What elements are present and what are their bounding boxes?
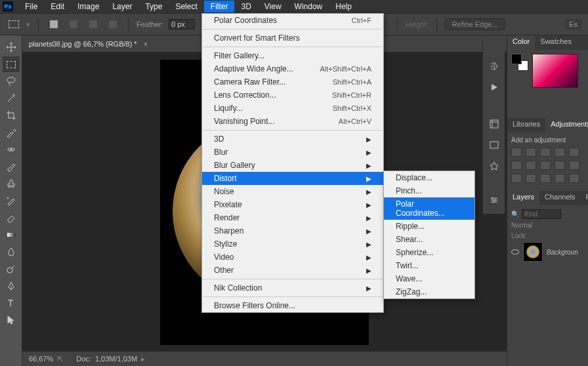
menu-edit[interactable]: Edit	[44, 1, 71, 12]
filter-adaptive[interactable]: Adaptive Wide Angle...Alt+Shift+Ctrl+A	[202, 62, 383, 75]
gradient-tool[interactable]	[3, 227, 20, 243]
lock-pixels-icon[interactable]	[530, 232, 537, 239]
mixer-icon[interactable]	[569, 161, 579, 170]
distort-wave[interactable]: Wave...	[384, 272, 474, 285]
hue-icon[interactable]	[511, 161, 522, 170]
paths-tab[interactable]: Pat	[581, 191, 588, 205]
settings-panel-icon[interactable]	[487, 193, 501, 207]
layer-filter-input[interactable]	[522, 209, 561, 219]
adjustments-tab[interactable]: Adjustments	[545, 118, 588, 132]
exposure-icon[interactable]	[555, 148, 565, 157]
menu-select[interactable]: Select	[169, 1, 203, 12]
history-panel-icon[interactable]	[487, 59, 501, 73]
eraser-tool[interactable]	[3, 210, 20, 226]
filter-sharpen[interactable]: Sharpen▶	[202, 224, 383, 237]
type-tool[interactable]: T	[3, 295, 20, 311]
zoom-level[interactable]: 66,67%	[29, 355, 53, 363]
curves-icon[interactable]	[540, 148, 551, 157]
filter-3d[interactable]: 3D▶	[202, 132, 383, 146]
balance-icon[interactable]	[526, 161, 536, 170]
actions-panel-icon[interactable]	[487, 80, 501, 94]
filter-noise[interactable]: Noise▶	[202, 185, 383, 198]
selection-mode-add[interactable]	[66, 17, 81, 31]
filter-camera-raw[interactable]: Camera Raw Filter...Shift+Ctrl+A	[202, 75, 383, 89]
distort-polar-coordinates[interactable]: Polar Coordinates...	[384, 197, 474, 220]
filter-vanishing[interactable]: Vanishing Point...Alt+Ctrl+V	[202, 115, 383, 128]
filter-last[interactable]: Polar CoordinatesCtrl+F	[202, 14, 383, 27]
lock-position-icon[interactable]	[540, 232, 548, 239]
filter-stylize[interactable]: Stylize▶	[202, 237, 383, 251]
color-tab[interactable]: Color	[507, 35, 535, 50]
distort-shear[interactable]: Shear...	[384, 233, 474, 246]
distort-displace[interactable]: Displace...	[384, 171, 474, 184]
filter-nik[interactable]: Nik Collection▶	[202, 281, 383, 295]
filter-video[interactable]: Video▶	[202, 251, 383, 264]
levels-icon[interactable]	[526, 148, 536, 157]
marquee-tool[interactable]	[3, 56, 20, 72]
distort-pinch[interactable]: Pinch...	[384, 184, 474, 197]
channels-tab[interactable]: Channels	[539, 191, 580, 205]
filter-browse-online[interactable]: Browse Filters Online...	[202, 299, 383, 312]
crop-tool[interactable]	[3, 108, 20, 123]
swatches-tab[interactable]: Swatches	[535, 35, 577, 50]
filter-convert-smart[interactable]: Convert for Smart Filters	[202, 31, 383, 45]
selcolor-icon[interactable]	[569, 174, 579, 183]
move-tool[interactable]	[3, 39, 20, 55]
filter-gallery[interactable]: Filter Gallery...	[202, 49, 383, 62]
filter-blur-gallery[interactable]: Blur Gallery▶	[202, 159, 383, 172]
status-expand-icon[interactable]: ⇱	[57, 355, 63, 363]
status-menu-icon[interactable]: ▸	[141, 355, 145, 363]
menu-window[interactable]: Window	[288, 1, 329, 12]
properties-panel-icon[interactable]	[487, 117, 501, 131]
color-picker[interactable]	[532, 54, 578, 88]
distort-zigzag[interactable]: ZigZag...	[384, 285, 474, 298]
vibrance-icon[interactable]	[569, 148, 579, 157]
threshold-icon[interactable]	[540, 174, 551, 183]
refine-edge-button[interactable]: Refine Edge...	[445, 18, 505, 30]
dodge-tool[interactable]	[3, 261, 20, 277]
filter-blur[interactable]: Blur▶	[202, 146, 383, 159]
invert-icon[interactable]	[511, 174, 522, 183]
menu-view[interactable]: View	[258, 1, 288, 12]
menu-3d[interactable]: 3D	[234, 1, 257, 12]
selection-mode-new[interactable]	[47, 17, 61, 31]
styles-panel-icon[interactable]	[487, 159, 501, 173]
eyedropper-tool[interactable]	[3, 125, 20, 140]
selection-mode-sub[interactable]	[86, 17, 100, 31]
distort-ripple[interactable]: Ripple...	[384, 220, 474, 233]
fg-bg-swatch[interactable]	[511, 54, 528, 71]
feather-input[interactable]	[169, 19, 195, 30]
layers-tab[interactable]: Layers	[507, 191, 539, 205]
filter-pixelate[interactable]: Pixelate▶	[202, 198, 383, 211]
char-panel-icon[interactable]	[487, 138, 501, 152]
lock-all-icon[interactable]	[551, 232, 558, 239]
menu-filter[interactable]: Filter	[204, 1, 235, 12]
distort-twirl[interactable]: Twirl...	[384, 259, 474, 272]
filter-liquify[interactable]: Liquify...Shift+Ctrl+X	[202, 102, 383, 115]
brush-tool[interactable]	[3, 159, 20, 174]
gradmap-icon[interactable]	[555, 174, 565, 183]
workspace-label[interactable]: Es	[565, 19, 581, 30]
path-select-tool[interactable]	[3, 312, 20, 328]
brightness-icon[interactable]	[511, 148, 522, 157]
healing-tool[interactable]	[3, 142, 20, 157]
filter-distort[interactable]: Distort▶	[202, 172, 383, 185]
pen-tool[interactable]	[3, 278, 20, 294]
layer-row-background[interactable]: Backgroun	[511, 239, 584, 264]
menu-file[interactable]: File	[18, 1, 44, 12]
filter-lens[interactable]: Lens Correction...Shift+Ctrl+R	[202, 89, 383, 102]
magic-wand-tool[interactable]	[3, 91, 20, 106]
selection-mode-intersect[interactable]	[106, 17, 120, 31]
distort-spherize[interactable]: Spherize...	[384, 246, 474, 259]
stamp-tool[interactable]	[3, 176, 20, 192]
filter-render[interactable]: Render▶	[202, 211, 383, 224]
bw-icon[interactable]	[540, 161, 551, 170]
menu-image[interactable]: Image	[71, 1, 106, 12]
menu-layer[interactable]: Layer	[106, 1, 138, 12]
lasso-tool[interactable]	[3, 73, 20, 89]
libraries-tab[interactable]: Libraries	[507, 118, 545, 132]
menu-help[interactable]: Help	[329, 1, 358, 12]
blend-mode[interactable]: Normal	[511, 222, 584, 229]
posterize-icon[interactable]	[526, 174, 536, 183]
filter-other[interactable]: Other▶	[202, 264, 383, 277]
